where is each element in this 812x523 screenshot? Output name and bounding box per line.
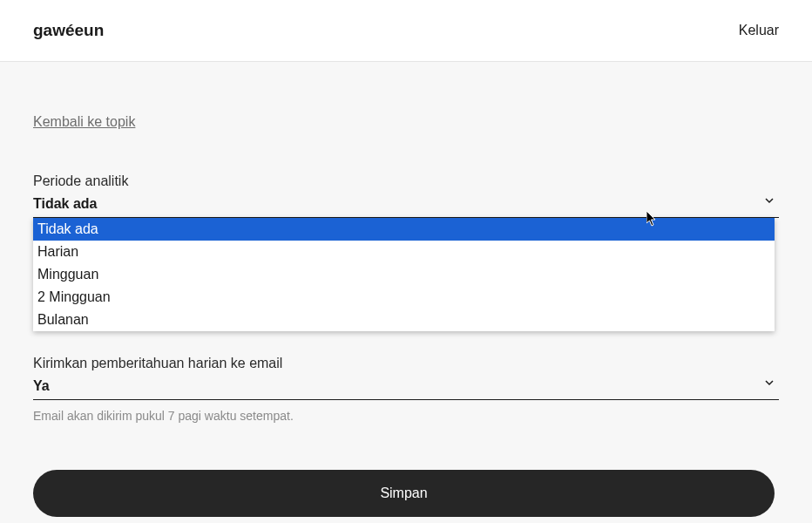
daily-email-label: Kirimkan pemberitahuan harian ke email [33, 356, 779, 371]
period-option[interactable]: Tidak ada [33, 218, 775, 241]
daily-email-select-value: Ya [33, 378, 779, 400]
content: Kembali ke topik Periode analitik Tidak … [0, 62, 812, 517]
period-option[interactable]: 2 Mingguan [33, 286, 775, 309]
chevron-down-icon [765, 198, 774, 207]
logo: gawéeun [33, 21, 104, 40]
logout-link[interactable]: Keluar [739, 23, 779, 38]
period-option[interactable]: Bulanan [33, 309, 775, 331]
period-label: Periode analitik [33, 173, 779, 189]
period-field: Periode analitik Tidak ada Tidak ada Har… [33, 173, 779, 218]
period-option[interactable]: Mingguan [33, 263, 775, 286]
save-button[interactable]: Simpan [33, 470, 775, 517]
daily-email-value-text: Ya [33, 378, 50, 393]
back-link[interactable]: Kembali ke topik [33, 114, 135, 130]
period-select-value: Tidak ada [33, 196, 779, 218]
daily-email-select[interactable]: Ya [33, 378, 779, 400]
daily-email-help: Email akan dikirim pukul 7 pagi waktu se… [33, 409, 779, 423]
period-dropdown: Tidak ada Harian Mingguan 2 Mingguan Bul… [33, 218, 775, 331]
chevron-down-icon [765, 380, 774, 389]
daily-email-field: Kirimkan pemberitahuan harian ke email Y… [33, 356, 779, 423]
period-value-text: Tidak ada [33, 196, 98, 211]
period-select[interactable]: Tidak ada Tidak ada Harian Mingguan 2 Mi… [33, 196, 779, 218]
period-option[interactable]: Harian [33, 241, 775, 263]
header: gawéeun Keluar [0, 0, 812, 62]
